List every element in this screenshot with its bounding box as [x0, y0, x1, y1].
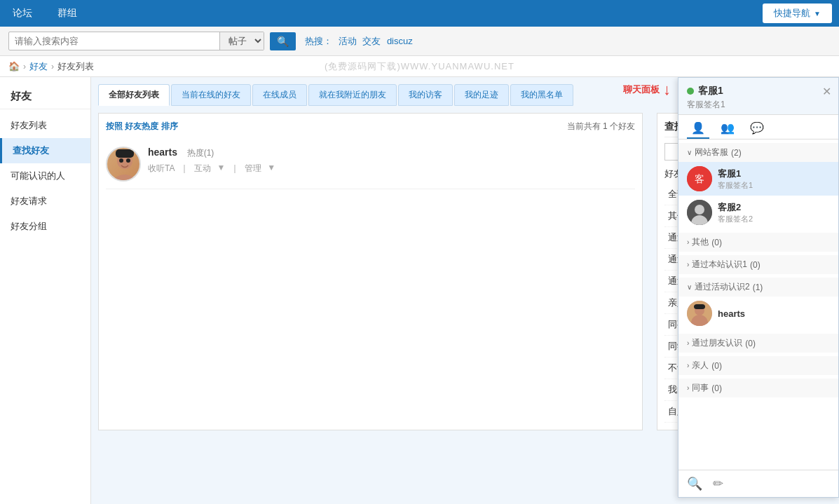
chat-list: ∨ 网站客服 (2) 客 客服1 客服签名1 — [678, 139, 838, 470]
nav-forum[interactable]: 论坛 — [7, 4, 38, 22]
chat-tab-person[interactable]: 👤 — [687, 118, 709, 139]
sidebar-item-friend-group[interactable]: 好友分组 — [0, 214, 90, 239]
breadcrumb-current: 好友列表 — [57, 60, 94, 73]
friend-actions: 收听TA ｜ 互动 ▼ ｜ 管理 ▼ — [148, 163, 635, 175]
hot-search: 热搜： 活动 交友 discuz — [301, 35, 413, 48]
search-button[interactable]: 🔍 — [270, 32, 296, 50]
nav-group[interactable]: 群组 — [52, 4, 83, 22]
sidebar-item-maybe-know[interactable]: 可能认识的人 — [0, 163, 90, 189]
chat-section-header-site[interactable]: › 通过本站认识1 (0) — [678, 255, 838, 274]
chat-section-header-kf[interactable]: ∨ 网站客服 (2) — [678, 143, 838, 162]
chat-user-hearts[interactable]: hearts — [678, 297, 838, 330]
action-interact[interactable]: 互动 — [194, 163, 211, 175]
sidebar-item-friend-request[interactable]: 好友请求 — [0, 189, 90, 214]
quick-nav-button[interactable]: 快捷导航 ▼ — [763, 4, 832, 23]
site-watermark: (免费源码网下载)WWW.YUANMAWU.NET — [325, 60, 514, 73]
sort-key-link[interactable]: 好友热度 — [125, 121, 158, 131]
action-listen[interactable]: 收听TA — [148, 163, 175, 175]
section-count-colleague: (0) — [711, 383, 722, 393]
chevron-right-icon-3: › — [687, 339, 689, 347]
action-sep-2: ｜ — [231, 163, 239, 175]
sidebar-item-find-friend[interactable]: 查找好友 — [0, 138, 90, 163]
annotation-arrow-icon: ↓ — [663, 81, 671, 99]
footer-search-icon[interactable]: 🔍 — [687, 476, 702, 491]
sort-label-text: 按照 — [106, 121, 123, 131]
chat-user-kf1[interactable]: 客 客服1 客服签名1 — [678, 162, 838, 196]
svg-point-8 — [695, 205, 704, 214]
hot-item-2[interactable]: discuz — [387, 36, 413, 46]
section-count-site: (0) — [750, 260, 760, 270]
svg-point-1 — [109, 175, 140, 182]
section-title-friend: 通过朋友认识 — [692, 337, 742, 349]
svg-rect-13 — [694, 304, 705, 309]
footer-edit-icon[interactable]: ✏ — [713, 476, 723, 491]
tab-blacklist[interactable]: 我的黑名单 — [510, 84, 573, 106]
action-manage[interactable]: 管理 — [245, 163, 261, 175]
chat-section-colleague: › 同事 (0) — [678, 379, 838, 397]
sort-label: 按照 好友热度 排序 — [106, 121, 178, 131]
chat-user-sig-kf1: 客服签名1 — [718, 180, 830, 191]
section-title-other: 其他 — [692, 236, 709, 248]
sidebar-item-friend-list[interactable]: 好友列表 — [0, 113, 90, 138]
count-value: 1 — [603, 121, 608, 131]
section-count-kf: (2) — [731, 148, 742, 158]
action-sep-1: ｜ — [180, 163, 189, 175]
chat-avatar-hearts — [687, 301, 712, 326]
friend-list-panel: 按照 好友热度 排序 当前共有 1 个好友 — [98, 113, 643, 430]
section-count-family: (0) — [711, 361, 722, 371]
svg-point-2 — [119, 158, 123, 163]
chat-user-kf2[interactable]: 客服2 客服签名2 — [678, 196, 838, 229]
chat-panel-name: 客服1 — [687, 85, 830, 97]
chat-section-header-activity[interactable]: ∨ 通过活动认识2 (1) — [678, 278, 838, 297]
section-title-colleague: 同事 — [692, 382, 709, 394]
annotation-label: 聊天面板 — [623, 83, 660, 96]
tab-visitors[interactable]: 我的访客 — [398, 84, 453, 106]
chat-section-site: › 通过本站认识1 (0) — [678, 255, 838, 274]
section-title-family: 亲人 — [692, 360, 709, 372]
chat-section-header-other[interactable]: › 其他 (0) — [678, 233, 838, 252]
section-count-other: (0) — [711, 238, 722, 247]
hot-item-0[interactable]: 活动 — [339, 36, 357, 46]
chat-avatar-kf2 — [687, 200, 712, 225]
search-input[interactable] — [9, 33, 219, 49]
section-count-friend: (0) — [745, 339, 756, 348]
chevron-right-icon-4: › — [687, 362, 689, 369]
annotation: 聊天面板 ↓ — [623, 81, 671, 99]
chat-section-friend: › 通过朋友认识 (0) — [678, 334, 838, 353]
chat-user-name-kf2: 客服2 — [718, 201, 830, 214]
svg-rect-4 — [116, 149, 134, 158]
hot-item-1[interactable]: 交友 — [362, 36, 381, 46]
chat-panel-close-button[interactable]: ✕ — [822, 85, 831, 98]
chat-section-header-colleague[interactable]: › 同事 (0) — [678, 379, 838, 397]
chevron-down-icon: ∨ — [687, 149, 692, 156]
chat-user-info-kf2: 客服2 客服签名2 — [718, 201, 830, 224]
tab-footprint[interactable]: 我的足迹 — [454, 84, 509, 106]
friend-avatar — [106, 147, 141, 182]
section-count-activity: (1) — [753, 282, 763, 292]
chat-avatar-kf1: 客 — [687, 166, 712, 191]
content-area: 全部好友列表 当前在线的好友 在线成员 就在我附近的朋友 我的访客 我的足迹 我… — [91, 77, 839, 504]
friend-item: hearts 热度(1) 收听TA ｜ 互动 ▼ ｜ 管理 ▼ — [106, 139, 635, 189]
chat-section-header-friend[interactable]: › 通过朋友认识 (0) — [678, 334, 838, 353]
sidebar: 好友 好友列表 查找好友 可能认识的人 好友请求 好友分组 — [0, 77, 91, 504]
top-navigation: 论坛 群组 快捷导航 ▼ — [0, 0, 839, 27]
tab-online-members[interactable]: 在线成员 — [252, 84, 307, 106]
chat-user-info-kf1: 客服1 客服签名1 — [718, 168, 830, 191]
chat-section-activity: ∨ 通过活动认识2 (1) — [678, 278, 838, 330]
tab-nearby-friends[interactable]: 就在我附近的朋友 — [308, 84, 397, 106]
chat-section-family: › 亲人 (0) — [678, 356, 838, 375]
chat-panel-tabs: 👤 👥 💬 — [678, 115, 838, 139]
chat-section-header-family[interactable]: › 亲人 (0) — [678, 356, 838, 375]
breadcrumb-friend[interactable]: 好友 — [29, 60, 48, 73]
count-suffix: 个好友 — [610, 121, 635, 131]
breadcrumb-home[interactable]: 🏠 — [8, 61, 20, 71]
search-type-select[interactable]: 帖子 — [219, 32, 264, 50]
section-title-kf: 网站客服 — [695, 147, 728, 158]
chat-tab-message[interactable]: 💬 — [746, 118, 768, 139]
tab-online-friends[interactable]: 当前在线的好友 — [171, 84, 251, 106]
tab-all-friends[interactable]: 全部好友列表 — [98, 84, 170, 106]
chevron-right-icon: › — [687, 238, 689, 246]
friend-name[interactable]: hearts — [148, 147, 177, 158]
chat-tab-group[interactable]: 👥 — [716, 118, 739, 139]
chat-panel-header: 客服1 客服签名1 ✕ — [678, 78, 838, 115]
